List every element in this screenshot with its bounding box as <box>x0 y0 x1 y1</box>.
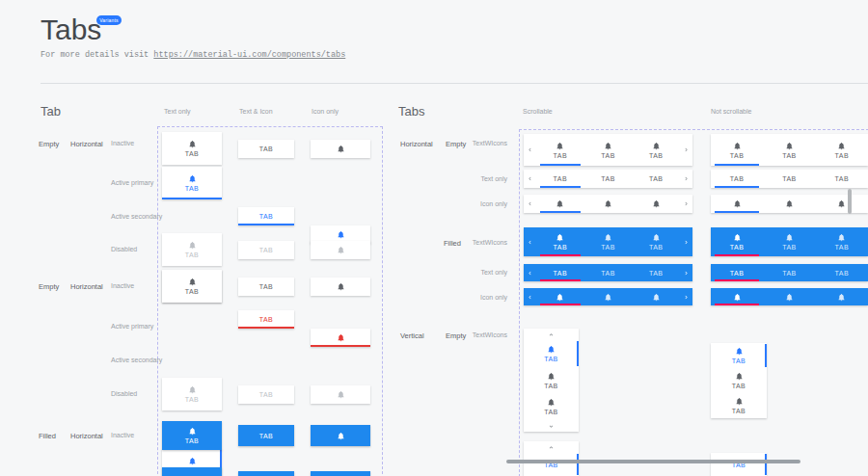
tab-sample-filled[interactable] <box>311 425 370 446</box>
tab-sample[interactable]: TAB <box>238 278 294 296</box>
tab-item[interactable]: TAB <box>524 393 579 420</box>
chevron-left-icon[interactable] <box>524 288 536 305</box>
tab-sample[interactable]: TAB <box>238 140 294 158</box>
chevron-right-icon[interactable] <box>680 195 692 213</box>
tab-label: TAB <box>259 433 274 439</box>
tab-item[interactable]: TAB <box>816 170 868 188</box>
tab-sample-filled[interactable]: TAB <box>162 421 222 450</box>
tab-item[interactable]: TAB <box>816 264 868 281</box>
right-variant-label: Icon only <box>461 294 507 301</box>
tab-sample[interactable]: TAB <box>162 378 222 410</box>
tab-item[interactable]: TAB <box>584 264 633 281</box>
chevron-left-icon[interactable] <box>524 195 536 213</box>
chevron-right-icon[interactable] <box>680 134 692 166</box>
tab-item[interactable]: TAB <box>816 134 868 166</box>
tab-sample[interactable]: TAB <box>162 270 222 303</box>
tab-sample-filled[interactable] <box>162 467 222 476</box>
tab-label: TAB <box>544 356 558 362</box>
bell-icon <box>188 385 197 394</box>
tab-item-active[interactable] <box>711 195 763 213</box>
chevron-left-icon[interactable] <box>524 134 536 166</box>
tab-item[interactable]: TAB <box>632 170 680 188</box>
tab-sample[interactable] <box>311 278 370 296</box>
tab-item[interactable] <box>816 288 868 305</box>
chevron-right-icon[interactable] <box>680 264 692 281</box>
tab-item[interactable]: TAB <box>584 170 633 188</box>
tab-sample-filled[interactable]: TAB <box>238 425 294 446</box>
bell-icon <box>337 246 345 254</box>
tab-item-active[interactable] <box>536 195 584 213</box>
tab-item[interactable]: TAB <box>711 393 767 418</box>
tab-item-active[interactable]: TAB <box>536 170 584 188</box>
chevron-right-icon[interactable] <box>680 227 692 256</box>
tab-sample[interactable]: TAB <box>238 241 294 259</box>
chevron-left-icon[interactable] <box>524 264 536 281</box>
tab-item[interactable]: TAB <box>816 227 868 256</box>
tab-item[interactable]: TAB <box>584 134 633 166</box>
tab-label: TAB <box>601 152 615 159</box>
tab-sample[interactable]: TAB <box>238 385 294 404</box>
tab-item[interactable]: TAB <box>632 227 680 256</box>
tab-item[interactable] <box>763 195 815 213</box>
chevron-left-icon[interactable] <box>524 227 536 256</box>
tab-item-active[interactable]: TAB <box>711 343 767 368</box>
chevron-left-icon[interactable] <box>524 170 536 188</box>
tab-item[interactable] <box>584 288 633 305</box>
bell-icon <box>735 347 744 356</box>
tab-item[interactable] <box>763 288 815 305</box>
tab-item[interactable]: TAB <box>632 134 680 166</box>
tab-item[interactable]: TAB <box>763 134 815 166</box>
tab-item[interactable]: TAB <box>763 170 815 188</box>
chevron-right-icon[interactable] <box>680 170 692 188</box>
tab-item-active[interactable]: TAB <box>711 264 763 281</box>
tab-item-active[interactable]: TAB <box>711 227 763 256</box>
tab-item-active[interactable]: TAB <box>536 264 584 281</box>
tab-item[interactable] <box>816 195 868 213</box>
tab-sample-filled[interactable] <box>311 471 370 476</box>
bell-icon <box>735 372 744 381</box>
tab-sample[interactable] <box>311 329 370 347</box>
tab-sample[interactable] <box>311 140 370 158</box>
tab-item[interactable]: TAB <box>763 264 815 281</box>
subtitle: For more details visit https://material-… <box>41 50 345 60</box>
tab-item-active[interactable]: TAB <box>711 134 763 166</box>
left-state-label: Inactive <box>111 432 134 438</box>
tab-item-active[interactable] <box>711 288 763 305</box>
right-section-title: Tabs <box>398 104 424 119</box>
vertical-scrollbar[interactable] <box>848 189 852 214</box>
chevron-down-icon[interactable] <box>524 420 579 432</box>
tab-label: TAB <box>782 175 797 182</box>
tab-item-active[interactable] <box>536 288 584 305</box>
tab-sample-filled[interactable] <box>238 471 294 476</box>
chevron-up-icon[interactable] <box>524 329 579 340</box>
horizontal-scrollbar[interactable] <box>506 460 800 463</box>
tab-item-active[interactable]: TAB <box>711 453 767 476</box>
tab-item-active[interactable]: TAB <box>524 340 579 367</box>
tab-item[interactable] <box>632 288 680 305</box>
tab-label: TAB <box>730 244 745 251</box>
tab-sample[interactable]: TAB <box>238 310 294 329</box>
tab-sample[interactable]: TAB <box>162 233 222 266</box>
chevron-right-icon[interactable] <box>680 288 692 305</box>
tab-sample[interactable]: TAB <box>162 167 222 199</box>
tab-sample[interactable]: TAB <box>162 132 222 165</box>
left-state-label: Inactive <box>111 282 134 289</box>
tab-item-active[interactable]: TAB <box>536 134 584 166</box>
tab-item[interactable]: TAB <box>711 368 767 393</box>
tab-sample[interactable] <box>311 385 370 404</box>
tab-item-active[interactable]: TAB <box>524 453 579 476</box>
tab-item-active[interactable]: TAB <box>711 170 763 188</box>
tab-item[interactable]: TAB <box>632 264 680 281</box>
tab-item[interactable]: TAB <box>524 367 579 394</box>
tab-item[interactable]: TAB <box>763 227 815 256</box>
tab-label: TAB <box>601 244 615 251</box>
docs-link[interactable]: https://material-ui.com/components/tabs <box>153 50 345 60</box>
tab-item[interactable] <box>632 195 680 213</box>
tab-item[interactable] <box>584 195 633 213</box>
tab-item[interactable]: TAB <box>584 227 633 256</box>
tab-sample[interactable] <box>311 241 370 259</box>
bell-icon <box>188 457 197 465</box>
tab-item-active[interactable]: TAB <box>536 227 584 256</box>
tab-sample[interactable]: TAB <box>238 207 294 225</box>
chevron-up-icon[interactable] <box>524 441 579 453</box>
